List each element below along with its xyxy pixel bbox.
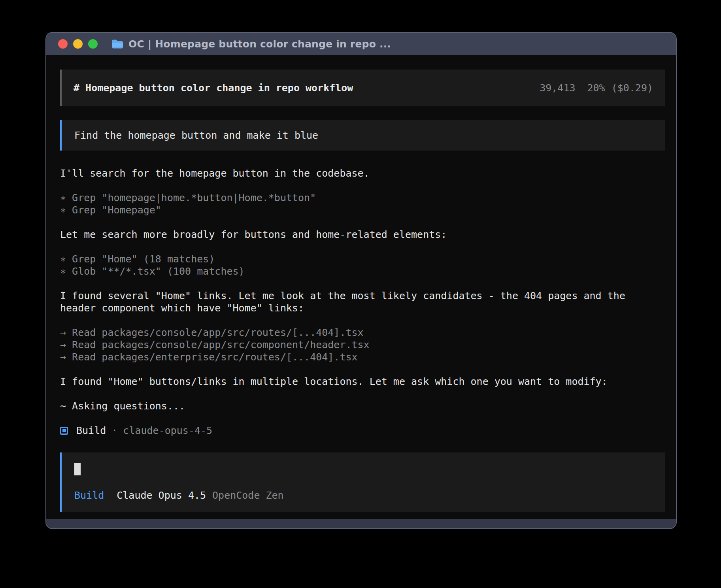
agent-status-row: Build · claude-opus-4-5	[60, 424, 665, 437]
prompt-input[interactable]: Build Claude Opus 4.5 OpenCode Zen	[60, 452, 665, 512]
session-cost: ($0.29)	[612, 82, 653, 94]
assistant-text: I'll search for the homepage button in t…	[60, 167, 665, 179]
close-button[interactable]	[58, 39, 68, 49]
tool-call-glob: ∗ Glob "**/*.tsx" (100 matches)	[60, 265, 665, 277]
agent-name: Build	[76, 424, 106, 437]
assistant-text: I found several "Home" links. Let me loo…	[60, 290, 665, 314]
terminal-window: OC | Homepage button color change in rep…	[45, 32, 677, 529]
token-count: 39,413	[540, 82, 575, 94]
tool-call-grep: ∗ Grep "Home" (18 matches)	[60, 253, 665, 265]
session-title: # Homepage button color change in repo w…	[74, 82, 353, 94]
context-percent: 20%	[587, 82, 605, 94]
session-header: # Homepage button color change in repo w…	[60, 70, 665, 106]
model-provider-label: OpenCode Zen	[212, 490, 284, 501]
status-asking-questions: ~ Asking questions...	[60, 400, 665, 412]
window-title: OC | Homepage button color change in rep…	[128, 38, 391, 50]
zoom-button[interactable]	[88, 39, 98, 49]
assistant-text: I found "Home" buttons/links in multiple…	[60, 375, 665, 388]
session-stats: 39,413 20% ($0.29)	[540, 82, 653, 94]
assistant-text: Let me search more broadly for buttons a…	[60, 228, 665, 241]
window-titlebar[interactable]: OC | Homepage button color change in rep…	[46, 33, 676, 55]
tool-call-grep: ∗ Grep "homepage|home.*button|Home.*butt…	[60, 192, 665, 204]
user-message-text: Find the homepage button and make it blu…	[74, 130, 318, 141]
minimize-button[interactable]	[73, 39, 83, 49]
folder-icon	[111, 39, 123, 49]
window-bottom-edge	[46, 519, 676, 528]
active-agent-label[interactable]: Build	[74, 490, 104, 501]
build-agent-icon	[60, 427, 68, 435]
user-message: Find the homepage button and make it blu…	[60, 120, 665, 151]
active-model-label[interactable]: Claude Opus 4.5	[117, 490, 206, 501]
text-cursor	[74, 463, 81, 475]
tool-call-grep: ∗ Grep "Homepage"	[60, 204, 665, 216]
assistant-transcript: I'll search for the homepage button in t…	[60, 167, 665, 437]
agent-model: claude-opus-4-5	[123, 424, 212, 437]
tool-call-read: → Read packages/console/app/src/routes/[…	[60, 326, 665, 339]
tool-call-read: → Read packages/console/app/src/componen…	[60, 339, 665, 351]
model-row: Build Claude Opus 4.5 OpenCode Zen	[74, 490, 652, 501]
traffic-lights	[58, 39, 98, 49]
agent-separator: ·	[111, 424, 117, 437]
tool-call-read: → Read packages/enterprise/src/routes/[.…	[60, 351, 665, 363]
